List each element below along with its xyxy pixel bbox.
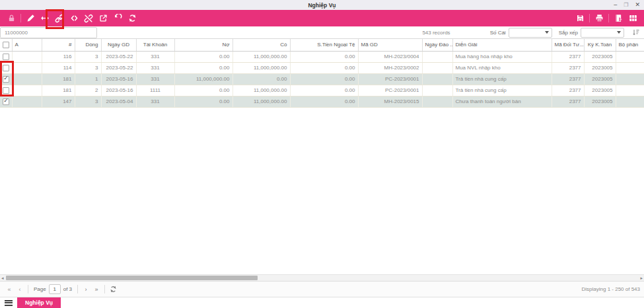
table-row[interactable]: 14732023-05-043310.0011,000,000.000.00MH… [0,96,644,107]
table-cell: Mua hàng hóa nhập kho [452,51,552,62]
external-link-icon[interactable] [96,12,110,24]
column-header[interactable]: S.Tiền Ngoại Tệ [290,39,358,51]
table-row[interactable]: 11632023-05-223310.0011,000,000.000.00MH… [0,51,644,62]
table-cell: 1 [75,73,101,85]
scrollbar-thumb[interactable] [6,276,258,280]
column-header[interactable]: Có [233,39,290,51]
table-cell: 331 [136,73,174,85]
table-cell: PC-2023/0001 [358,73,422,85]
swap-arrows-icon[interactable] [38,12,52,24]
link-icon[interactable] [52,12,67,24]
table-row[interactable]: 11432023-05-223310.0011,000,000.000.00MH… [0,62,644,73]
column-header[interactable]: Mã GD [358,39,422,51]
edit-icon[interactable] [23,12,38,24]
table-cell: 2023-05-16 [101,73,136,85]
hamburger-menu-icon[interactable] [0,297,17,308]
main-toolbar [0,10,644,26]
table-cell: 2023-05-16 [101,85,136,96]
table-cell: 331 [136,51,174,62]
horizontal-scrollbar[interactable]: ◂ ▸ [0,274,644,281]
restore-icon[interactable]: ❐ [624,3,628,8]
sort-select[interactable] [581,28,624,38]
undo-icon[interactable] [110,12,125,24]
table-cell: 2023005 [584,73,616,85]
table-cell: 2023005 [584,85,616,96]
prev-page-button[interactable]: ‹ [15,284,25,295]
table-cell [616,51,644,62]
checkbox-icon[interactable] [3,42,9,48]
column-header[interactable]: Tài Khoản [136,39,174,51]
taskbar: Nghiệp Vụ [0,297,644,308]
print-icon[interactable] [592,12,606,24]
account-filter-input[interactable] [0,27,97,38]
select-all-checkbox[interactable] [0,39,12,51]
save-icon[interactable] [573,12,587,24]
refresh-icon[interactable] [125,12,139,24]
table-cell: 0.00 [290,62,358,73]
checkbox-checked-icon[interactable] [3,98,9,105]
last-page-button[interactable]: » [91,284,102,295]
checkbox-icon[interactable] [3,65,9,71]
row-select-cell[interactable] [0,96,12,107]
column-header[interactable]: # [42,39,75,51]
unlink-icon[interactable] [81,12,96,24]
column-header[interactable]: Nợ [174,39,233,51]
table-cell: Trả tiền nhà cung cấp [452,73,552,85]
row-select-cell[interactable] [0,62,12,73]
first-page-button[interactable]: « [4,284,15,295]
data-grid: A#DòngNgày GDTài KhoảnNợCóS.Tiền Ngoại T… [0,39,644,274]
column-header[interactable]: Mã Đối Tư... [552,39,584,51]
table-cell: 2023005 [584,62,616,73]
sort-label: Sắp xếp [559,30,578,36]
row-select-cell[interactable] [0,73,12,85]
next-page-button[interactable]: › [81,284,91,295]
table-cell: 2023-05-22 [101,62,136,73]
column-header[interactable]: Dòng [75,39,101,51]
column-header[interactable]: Diễn Giải [452,39,552,51]
checkbox-icon[interactable] [3,87,9,94]
scroll-right-icon[interactable]: ▸ [640,275,643,282]
ledger-select[interactable] [509,28,552,38]
table-cell: 0.00 [174,96,233,107]
table-cell: 0.00 [174,62,233,73]
table-cell: Chưa thanh toán người bán [452,96,552,107]
column-header[interactable]: A [12,39,42,51]
table-cell [616,62,644,73]
scroll-left-icon[interactable]: ◂ [1,275,4,282]
table-cell: 0.00 [290,96,358,107]
table-cell: MH-2023/0015 [358,96,422,107]
table-cell: 0.00 [290,73,358,85]
table-cell: 11,000,000.00 [174,73,233,85]
table-cell: 3 [75,51,101,62]
column-header[interactable]: Kỳ K.Toán [584,39,616,51]
checkbox-icon[interactable] [3,54,9,60]
chevron-down-icon [617,31,621,34]
table-cell: 1111 [136,85,174,96]
column-header[interactable]: Bộ phận [616,39,644,51]
table-cell [12,73,42,85]
table-cell: Mua NVL nhập kho [452,62,552,73]
table-cell: 11,000,000.00 [233,96,290,107]
table-cell: 181 [42,85,75,96]
minimize-icon[interactable]: – [614,2,617,8]
table-row[interactable]: 18112023-05-1633111,000,000.000.000.00PC… [0,73,644,85]
table-row[interactable]: 18122023-05-1611110.0011,000,000.000.00P… [0,85,644,96]
column-header[interactable]: Ngày Đáo ... [422,39,452,51]
table-cell: 3 [75,62,101,73]
checkbox-checked-icon[interactable] [3,76,9,83]
table-cell: PC-2023/0001 [358,85,422,96]
taskbar-app-button[interactable]: Nghiệp Vụ [17,297,61,308]
export-book-icon[interactable] [611,12,626,24]
row-select-cell[interactable] [0,51,12,62]
close-icon[interactable]: ✕ [635,2,640,8]
column-header[interactable]: Ngày GD [101,39,136,51]
grid-view-icon[interactable] [626,12,640,24]
sort-order-icon[interactable] [631,27,641,38]
table-cell: 11,000,000.00 [233,85,290,96]
displaying-status: Displaying 1 - 250 of 543 [582,286,641,292]
chevrons-icon[interactable] [67,12,81,24]
table-cell: 2377 [552,51,584,62]
page-number-input[interactable] [49,284,61,294]
refresh-page-icon[interactable] [108,284,118,295]
row-select-cell[interactable] [0,85,12,96]
